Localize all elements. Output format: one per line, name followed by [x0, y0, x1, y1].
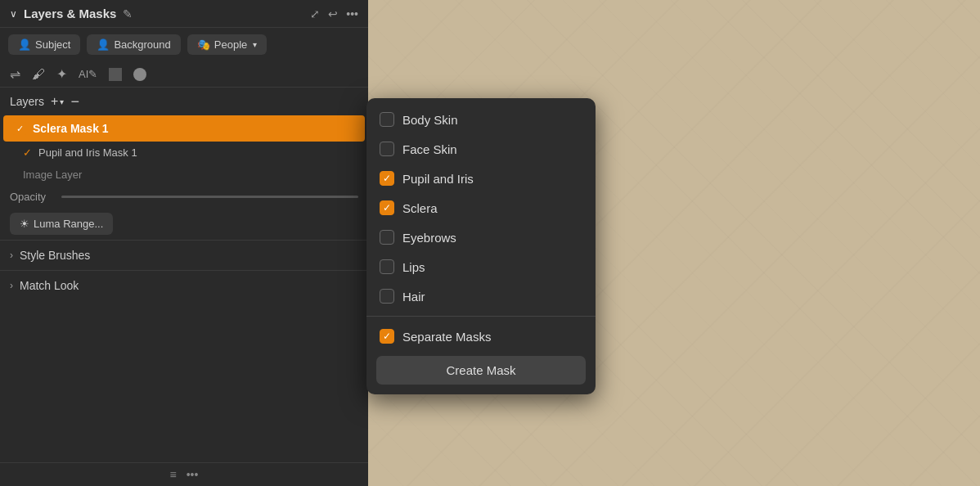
panel-header: ∨ Layers & Masks ✎ ⤢ ↩ ••• — [0, 0, 368, 28]
add-dropdown-chevron-icon: ▾ — [60, 97, 64, 106]
luma-icon: ☀ — [20, 218, 29, 230]
bottom-bar: ≡ ••• — [0, 462, 368, 486]
style-brushes-chevron-icon: › — [10, 250, 13, 261]
opacity-label: Opacity — [10, 191, 55, 203]
dropdown-item-separate-masks[interactable]: ✓ Separate Masks — [366, 322, 596, 351]
subject-icon: 👤 — [18, 38, 31, 51]
more-options-icon[interactable]: ••• — [346, 7, 358, 20]
luma-row: ☀ Luma Range... — [0, 208, 368, 240]
undo-icon[interactable]: ↩ — [328, 7, 338, 20]
dropdown-checkbox-pupil-iris[interactable]: ✓ — [380, 171, 394, 186]
plus-icon: + — [51, 94, 58, 109]
layers-label: Layers — [10, 95, 44, 108]
opacity-slider[interactable] — [61, 196, 358, 198]
people-dropdown: Body Skin Face Skin ✓ Pupil and Iris ✓ S… — [366, 98, 596, 394]
edit-icon[interactable]: ✎ — [123, 7, 133, 20]
layer-checkbox-sclera[interactable]: ✓ — [13, 122, 26, 135]
dropdown-checkbox-sclera[interactable]: ✓ — [380, 200, 394, 215]
remove-layer-button[interactable]: − — [70, 94, 79, 109]
dropdown-item-face-skin[interactable]: Face Skin — [366, 134, 596, 164]
dropdown-checkbox-hair[interactable] — [380, 289, 394, 304]
style-brushes-row[interactable]: › Style Brushes — [0, 240, 368, 270]
layer-pupil-iris-mask-1[interactable]: ✓ Pupil and Iris Mask 1 — [0, 142, 368, 164]
dropdown-label-eyebrows: Eyebrows — [402, 231, 456, 245]
checkmark-icon: ✓ — [383, 203, 391, 213]
tab-people[interactable]: 🎭 People ▾ — [187, 34, 267, 55]
sparkle-icon[interactable]: ✦ — [56, 66, 67, 82]
dropdown-item-sclera[interactable]: ✓ Sclera — [366, 193, 596, 223]
layers-header: Layers + ▾ − — [0, 88, 368, 115]
people-icon: 🎭 — [197, 38, 210, 51]
dropdown-label-body-skin: Body Skin — [402, 113, 458, 127]
dropdown-label-separate-masks: Separate Masks — [402, 330, 491, 344]
background-icon: 👤 — [97, 38, 110, 51]
checkmark-icon: ✓ — [16, 124, 24, 134]
create-mask-button[interactable]: Create Mask — [376, 356, 586, 385]
style-brushes-label: Style Brushes — [20, 249, 90, 262]
panel-header-left: ∨ Layers & Masks ✎ — [10, 7, 133, 20]
toolbar-row: ⇌ 🖌 ✦ AI✎ — [0, 61, 368, 88]
layer-image-layer[interactable]: Image Layer — [0, 164, 368, 186]
add-layer-button[interactable]: + ▾ — [51, 94, 64, 109]
dropdown-label-lips: Lips — [402, 260, 425, 274]
dropdown-label-face-skin: Face Skin — [402, 142, 457, 156]
dropdown-item-body-skin[interactable]: Body Skin — [366, 105, 596, 134]
sublayer-check-pupil: ✓ — [23, 146, 32, 159]
minus-icon: − — [70, 93, 79, 110]
tabs-row: 👤 Subject 👤 Background 🎭 People ▾ — [0, 28, 368, 61]
panel-header-right: ⤢ ↩ ••• — [310, 7, 358, 20]
dropdown-checkbox-face-skin[interactable] — [380, 142, 394, 156]
mask-square-icon[interactable] — [109, 68, 122, 81]
collapse-chevron-icon[interactable]: ∨ — [10, 8, 17, 20]
dropdown-label-sclera: Sclera — [402, 201, 438, 215]
bottom-more-icon[interactable]: ••• — [187, 468, 199, 481]
dropdown-checkbox-eyebrows[interactable] — [380, 230, 394, 245]
dropdown-item-eyebrows[interactable]: Eyebrows — [366, 223, 596, 252]
people-dropdown-chevron-icon: ▾ — [253, 40, 257, 49]
dropdown-checkbox-body-skin[interactable] — [380, 112, 394, 127]
left-panel: ∨ Layers & Masks ✎ ⤢ ↩ ••• 👤 Subject 👤 B… — [0, 0, 368, 486]
ai-brush-icon[interactable]: AI✎ — [79, 68, 97, 80]
layer-sclera-mask-1[interactable]: ✓ Sclera Mask 1 — [3, 115, 365, 142]
match-look-row[interactable]: › Match Look — [0, 270, 368, 300]
checkmark-icon: ✓ — [383, 331, 391, 341]
dropdown-item-lips[interactable]: Lips — [366, 252, 596, 281]
sublayer-name-pupil: Pupil and Iris Mask 1 — [38, 146, 137, 159]
bottom-lines-icon[interactable]: ≡ — [170, 468, 177, 481]
match-look-chevron-icon: › — [10, 280, 13, 291]
mask-circle-icon[interactable] — [133, 68, 146, 81]
dropdown-checkbox-separate-masks[interactable]: ✓ — [380, 329, 394, 344]
expand-icon[interactable]: ⤢ — [310, 7, 320, 20]
panel-title: Layers & Masks — [24, 7, 116, 20]
tab-subject[interactable]: 👤 Subject — [8, 34, 80, 55]
sliders-icon[interactable]: ⇌ — [10, 66, 20, 82]
image-layer-label: Image Layer — [23, 169, 82, 181]
layer-name-sclera: Sclera Mask 1 — [33, 122, 109, 135]
dropdown-checkbox-lips[interactable] — [380, 259, 394, 274]
opacity-row: Opacity — [0, 186, 368, 208]
dropdown-label-hair: Hair — [402, 290, 425, 304]
luma-range-button[interactable]: ☀ Luma Range... — [10, 213, 113, 235]
checkmark-icon: ✓ — [383, 173, 391, 183]
match-look-label: Match Look — [20, 279, 79, 292]
tab-background[interactable]: 👤 Background — [87, 34, 180, 55]
brush-icon[interactable]: 🖌 — [32, 67, 45, 82]
dropdown-divider — [366, 316, 596, 317]
dropdown-item-pupil-iris[interactable]: ✓ Pupil and Iris — [366, 164, 596, 193]
dropdown-label-pupil-iris: Pupil and Iris — [402, 172, 474, 186]
dropdown-item-hair[interactable]: Hair — [366, 281, 596, 311]
